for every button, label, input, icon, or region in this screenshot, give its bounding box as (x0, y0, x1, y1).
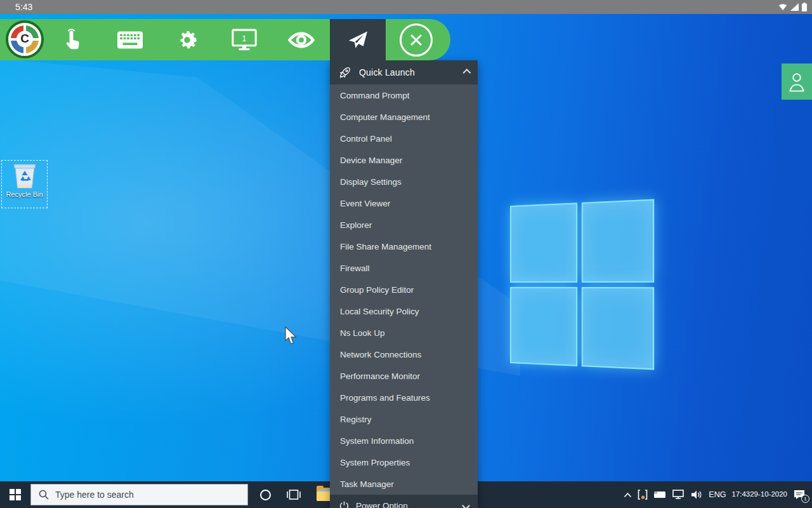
keyboard-icon (117, 31, 143, 49)
quick-launch-item-label: Computer Management (340, 112, 430, 122)
touch-mode-button[interactable] (54, 19, 92, 60)
tray-app-button[interactable] (638, 489, 648, 500)
monitor-icon: 1 (232, 29, 257, 51)
notification-badge: 1 (801, 495, 809, 503)
logo-pane (581, 287, 654, 370)
cellular-signal-icon (790, 3, 799, 11)
touch-hand-icon (62, 28, 84, 52)
svg-text:1: 1 (242, 34, 247, 43)
quick-launch-item-label: Task Manager (340, 479, 394, 489)
quick-launch-item[interactable]: Group Policy Editor (330, 279, 478, 300)
task-view-icon (287, 489, 301, 500)
taskbar-clock[interactable]: 17:43 29-10-2020 (731, 490, 787, 500)
status-bar-icons (778, 0, 807, 14)
eye-icon (287, 31, 315, 49)
logo-pane (510, 203, 577, 282)
quick-launch-item-label: Control Panel (340, 134, 392, 144)
taskbar-time: 17:43 (731, 490, 750, 500)
quick-launch-item-label: Local Security Policy (340, 307, 419, 316)
quick-launch-item-label: System Information (340, 436, 414, 446)
quick-launch-item-label: Event Viewer (340, 199, 390, 208)
quick-launch-item[interactable]: Explorer (330, 214, 478, 236)
quick-launch-item[interactable]: Event Viewer (330, 192, 478, 214)
close-button[interactable] (397, 19, 435, 60)
quick-launch-item-label: Firewall (340, 264, 370, 273)
quick-launch-item[interactable]: System Properties (330, 451, 478, 473)
send-plane-icon (346, 29, 369, 51)
quick-launch-item-label: Display Settings (340, 177, 402, 187)
wifi-icon (778, 3, 787, 11)
volume-icon (690, 490, 703, 500)
start-button[interactable] (0, 481, 30, 508)
quick-launch-item[interactable]: Control Panel (330, 128, 478, 149)
battery-icon (802, 3, 807, 11)
volume-button[interactable] (690, 490, 703, 500)
quick-launch-item-label: Group Policy Editor (340, 285, 414, 295)
quick-launch-item[interactable]: System Information (330, 430, 478, 451)
status-bar-time: 5:43 (15, 2, 32, 12)
quick-launch-item[interactable]: Programs and Features (330, 387, 478, 408)
hidden-icons-button[interactable] (624, 492, 632, 498)
keyboard-button[interactable] (111, 19, 149, 60)
quick-launch-item[interactable]: Local Security Policy (330, 300, 478, 322)
cortana-button[interactable] (252, 481, 278, 508)
taskbar-date: 29-10-2020 (750, 490, 787, 500)
view-button[interactable] (282, 19, 320, 60)
action-center-button[interactable]: 1 (793, 489, 806, 500)
mouse-cursor (284, 326, 298, 348)
power-option-label: Power Option (356, 501, 463, 508)
quick-launch-item[interactable]: Display Settings (330, 171, 478, 192)
quick-launch-title: Quick Launch (359, 67, 463, 77)
quick-launch-item-label: Explorer (340, 220, 372, 230)
network-button[interactable] (672, 489, 684, 500)
quick-launch-item-label: Ns Look Up (340, 328, 385, 338)
quick-launch-item-label: Programs and Features (340, 393, 430, 403)
settings-button[interactable] (168, 19, 206, 60)
quick-launch-item[interactable]: Computer Management (330, 106, 478, 128)
windows-logo-wallpaper (510, 199, 654, 370)
screen: Recycle Bin C (0, 0, 812, 508)
touch-keyboard-button[interactable] (653, 490, 666, 499)
logo-pane (510, 286, 577, 366)
task-view-button[interactable] (281, 481, 306, 508)
search-icon (39, 490, 49, 500)
language-indicator[interactable]: ENG (709, 490, 726, 499)
chevron-up-icon (463, 69, 471, 77)
app-logo-letter: C (16, 30, 33, 47)
quick-launch-item-label: Command Prompt (340, 91, 410, 100)
quick-launch-item[interactable]: Performance Monitor (330, 365, 478, 387)
user-tile-button[interactable] (782, 64, 812, 100)
search-input[interactable] (55, 490, 214, 500)
quick-launch-item-label: Registry (340, 415, 372, 424)
quick-launch-item[interactable]: Device Manager (330, 149, 478, 171)
monitor-button[interactable]: 1 (225, 19, 263, 60)
user-icon (787, 71, 806, 93)
cortana-icon (260, 490, 271, 500)
quick-launch-header[interactable]: Quick Launch (330, 60, 478, 84)
close-icon (400, 23, 433, 57)
system-tray: ENG 17:43 29-10-2020 1 (624, 481, 809, 508)
quick-launch-button[interactable] (339, 19, 377, 60)
quick-launch-item[interactable]: Firewall (330, 257, 478, 279)
rocket-icon (339, 66, 351, 79)
quick-launch-item[interactable]: Registry (330, 408, 478, 430)
app-logo-button[interactable]: C (6, 20, 44, 58)
network-icon (672, 489, 684, 500)
recycle-bin-icon (12, 161, 37, 190)
quick-launch-item[interactable]: Command Prompt (330, 84, 478, 106)
app-logo-icon: C (11, 25, 39, 53)
power-icon (339, 500, 350, 508)
recycle-bin[interactable]: Recycle Bin (1, 160, 48, 208)
gear-icon (175, 28, 199, 52)
power-option-row[interactable]: Power Option (330, 495, 478, 508)
chevron-up-icon (624, 492, 632, 498)
chevron-down-icon (462, 502, 470, 508)
quick-launch-item[interactable]: Network Connections (330, 344, 478, 365)
taskbar-search[interactable] (30, 484, 248, 505)
quick-launch-item[interactable]: Ns Look Up (330, 322, 478, 344)
remote-app-toolbar: C (0, 19, 450, 60)
quick-launch-item[interactable]: Task Manager (330, 473, 478, 495)
quick-launch-item[interactable]: File Share Management (330, 236, 478, 257)
brackets-app-icon (638, 489, 648, 500)
quick-launch-list: Command Prompt Computer Management Contr… (330, 84, 478, 495)
